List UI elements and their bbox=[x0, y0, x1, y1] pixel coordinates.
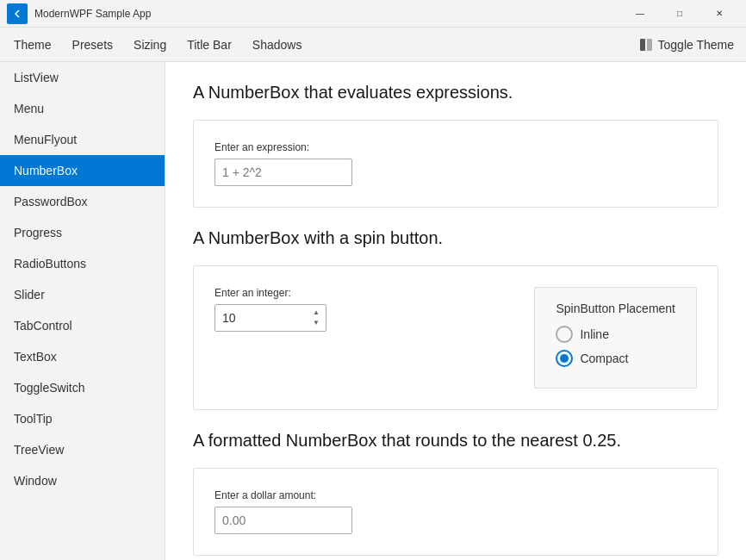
back-button[interactable] bbox=[7, 3, 28, 24]
section3-title: A formatted NumberBox that rounds to the… bbox=[193, 431, 718, 451]
toggle-theme-label: Toggle Theme bbox=[658, 38, 734, 52]
spin-arrows: ▲ ▼ bbox=[309, 308, 323, 328]
sidebar-item-window[interactable]: Window bbox=[0, 465, 165, 496]
sidebar-item-passwordbox[interactable]: PasswordBox bbox=[0, 186, 165, 217]
spin-placement-box: SpinButton Placement Inline Compact bbox=[534, 287, 697, 389]
sidebar-item-listview[interactable]: ListView bbox=[0, 62, 165, 93]
app-title: ModernWPF Sample App bbox=[34, 8, 620, 20]
svg-rect-1 bbox=[647, 39, 652, 51]
sidebar-item-tooltip[interactable]: ToolTip bbox=[0, 403, 165, 434]
menu-bar: Theme Presets Sizing Title Bar Shadows T… bbox=[0, 28, 746, 62]
radio-compact-circle bbox=[556, 350, 573, 367]
sidebar-item-numberbox[interactable]: NumberBox bbox=[0, 155, 165, 186]
sidebar-item-treeview[interactable]: TreeView bbox=[0, 434, 165, 465]
radio-inline-label: Inline bbox=[580, 327, 608, 341]
sidebar-item-menuflyout[interactable]: MenuFlyout bbox=[0, 124, 165, 155]
sidebar: ListView Menu MenuFlyout NumberBox Passw… bbox=[0, 62, 165, 560]
menu-item-theme[interactable]: Theme bbox=[3, 31, 62, 59]
spin-input-wrapper: ▲ ▼ bbox=[214, 304, 326, 332]
radio-inline[interactable]: Inline bbox=[556, 326, 675, 343]
maximize-button[interactable]: □ bbox=[660, 0, 699, 28]
spin-input-area: Enter an integer: ▲ ▼ bbox=[214, 287, 513, 332]
section3-card: Enter a dollar amount: bbox=[193, 468, 718, 556]
theme-icon bbox=[639, 38, 653, 52]
section1-title: A NumberBox that evaluates expressions. bbox=[193, 83, 718, 103]
radio-compact-dot bbox=[560, 354, 569, 363]
sidebar-item-slider[interactable]: Slider bbox=[0, 279, 165, 310]
main-layout: ListView Menu MenuFlyout NumberBox Passw… bbox=[0, 62, 746, 560]
sidebar-item-textbox[interactable]: TextBox bbox=[0, 341, 165, 372]
sidebar-item-radiobuttons[interactable]: RadioButtons bbox=[0, 248, 165, 279]
sidebar-item-toggleswitch[interactable]: ToggleSwitch bbox=[0, 372, 165, 403]
window-controls: — □ ✕ bbox=[620, 0, 739, 28]
radio-compact-label: Compact bbox=[580, 352, 628, 365]
section2-card: Enter an integer: ▲ ▼ SpinButton Placeme… bbox=[193, 265, 718, 410]
expression-input[interactable] bbox=[214, 159, 352, 186]
sidebar-item-tabcontrol[interactable]: TabControl bbox=[0, 310, 165, 341]
radio-compact[interactable]: Compact bbox=[556, 350, 675, 367]
toggle-theme-button[interactable]: Toggle Theme bbox=[631, 33, 743, 57]
section2-field-label: Enter an integer: bbox=[214, 287, 513, 299]
close-button[interactable]: ✕ bbox=[699, 0, 739, 28]
placement-title: SpinButton Placement bbox=[556, 302, 675, 315]
content-area: A NumberBox that evaluates expressions. … bbox=[165, 62, 746, 560]
menu-item-sizing[interactable]: Sizing bbox=[123, 31, 177, 59]
menu-item-titlebar[interactable]: Title Bar bbox=[177, 31, 242, 59]
svg-rect-0 bbox=[640, 39, 645, 51]
radio-inline-circle bbox=[556, 326, 573, 343]
sidebar-item-menu[interactable]: Menu bbox=[0, 93, 165, 124]
spin-up-arrow[interactable]: ▲ bbox=[309, 308, 323, 318]
menu-item-shadows[interactable]: Shadows bbox=[242, 31, 313, 59]
section1-field-label: Enter an expression: bbox=[214, 141, 697, 153]
section1-card: Enter an expression: bbox=[193, 120, 718, 208]
section3-field-label: Enter a dollar amount: bbox=[214, 489, 697, 501]
section2-title: A NumberBox with a spin button. bbox=[193, 228, 718, 248]
menu-item-presets[interactable]: Presets bbox=[62, 31, 123, 59]
spin-card-layout: Enter an integer: ▲ ▼ SpinButton Placeme… bbox=[214, 287, 697, 389]
spin-down-arrow[interactable]: ▼ bbox=[309, 318, 323, 328]
sidebar-item-progress[interactable]: Progress bbox=[0, 217, 165, 248]
dollar-input[interactable] bbox=[214, 507, 352, 534]
title-bar: ModernWPF Sample App — □ ✕ bbox=[0, 0, 746, 28]
minimize-button[interactable]: — bbox=[620, 0, 660, 28]
